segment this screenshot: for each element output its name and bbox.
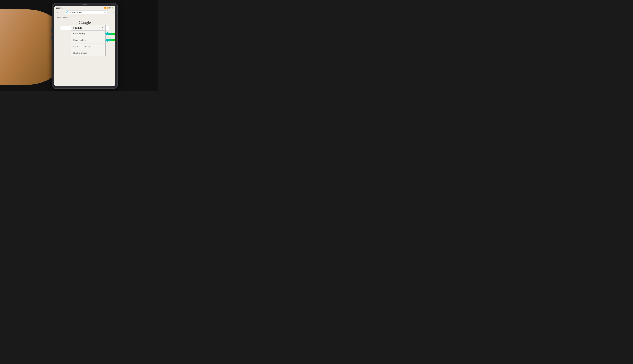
tablet-screen: 12:27 PM 📶 📶 6% 🔋 ‹ › 🌐 www.google.com/	[54, 6, 115, 86]
browser-bar: ‹ › 🌐 www.google.com/ C ⋮ ×	[54, 10, 115, 15]
clear-cookies-arrow	[105, 38, 115, 42]
settings-item-clear-history[interactable]: Clear History	[71, 30, 105, 37]
globe-icon: 🌐	[66, 11, 69, 13]
wifi-icon: 📶	[107, 7, 109, 9]
battery-percent: 6%	[109, 7, 111, 9]
images-link[interactable]: Images	[57, 16, 62, 18]
settings-item-disable-images[interactable]: Disable Images	[71, 50, 105, 56]
settings-title: Settings	[73, 26, 82, 29]
url-text: www.google.com/	[69, 12, 104, 13]
forward-button[interactable]: ›	[60, 11, 64, 14]
google-links-bar: Images More »	[54, 16, 115, 19]
tab-close-button[interactable]: ×	[112, 11, 114, 14]
settings-modal: Settings × Clear History	[71, 25, 106, 56]
settings-item-clear-cookies[interactable]: Clear Cookies	[71, 37, 105, 44]
disable-js-label: Disable JavaScript	[73, 45, 90, 48]
clear-cookies-label: Clear Cookies	[73, 39, 86, 42]
notch-handle	[83, 4, 87, 5]
settings-item-disable-js[interactable]: Disable JavaScript	[71, 44, 105, 50]
bluetooth-icon: 📶	[104, 7, 106, 9]
reload-button[interactable]: C	[104, 11, 106, 14]
status-time: 12:27 PM	[56, 7, 63, 9]
settings-header: Settings ×	[71, 25, 105, 30]
status-bar: 12:27 PM 📶 📶 6% 🔋	[54, 6, 115, 10]
clear-history-arrow	[105, 32, 115, 35]
menu-button[interactable]: ⋮	[108, 11, 112, 14]
battery-icon: 6% 🔋	[109, 7, 114, 9]
tablet-frame: 12:27 PM 📶 📶 6% 🔋 ‹ › 🌐 www.google.com/	[52, 3, 118, 89]
disable-images-label: Disable Images	[73, 52, 87, 54]
tablet-button-1	[51, 28, 52, 33]
battery-symbol: 🔋	[112, 7, 114, 9]
settings-close-button[interactable]: ×	[102, 26, 103, 29]
address-bar[interactable]: 🌐 www.google.com/ C	[65, 10, 107, 14]
browser-content: Images More » Google Search Settings × C…	[54, 15, 115, 86]
tablet-button-2	[51, 36, 52, 40]
google-logo: Google	[79, 20, 91, 25]
status-icons: 📶 📶 6% 🔋	[104, 7, 114, 9]
clear-history-label: Clear History	[73, 32, 85, 35]
more-link[interactable]: More »	[63, 16, 68, 18]
back-button[interactable]: ‹	[56, 11, 59, 14]
